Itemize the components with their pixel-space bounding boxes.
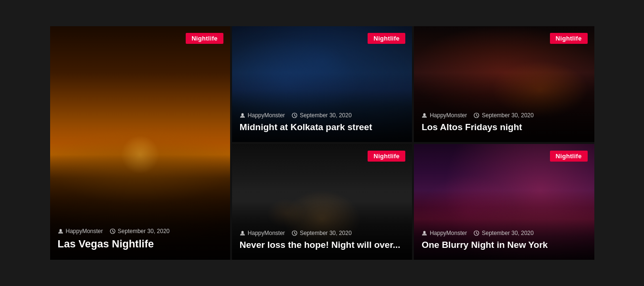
card-title-losaltos: Los Altos Fridays night [422,122,586,133]
svg-point-8 [423,231,426,234]
author-name: HappyMonster [430,230,467,236]
author-item: HappyMonster [240,112,285,119]
date-item: September 30, 2020 [474,112,534,119]
category-badge-newyork[interactable]: Nightlife [550,151,588,162]
svg-point-2 [241,113,243,116]
svg-point-4 [423,113,426,116]
user-icon [422,112,427,118]
clock-icon [474,112,479,118]
card-title-kolkata: Midnight at Kolkata park street [240,122,404,133]
card-title-hope: Never loss the hope! Night will over... [240,239,404,251]
card-date: September 30, 2020 [482,112,534,119]
card-date: September 30, 2020 [300,112,352,119]
user-icon [240,230,245,236]
svg-point-0 [59,229,62,232]
date-item: September 30, 2020 [110,228,170,235]
card-hope[interactable]: Nightlife HappyMonster September 30, 202… [232,144,412,260]
author-item: HappyMonster [422,230,467,236]
card-newyork[interactable]: Nightlife HappyMonster September 30, 202… [414,144,594,260]
category-badge-vegas[interactable]: Nightlife [186,33,223,44]
card-date: September 30, 2020 [118,228,170,235]
category-badge-hope[interactable]: Nightlife [368,151,405,162]
card-title-newyork: One Blurry Night in New York [422,239,586,251]
date-item: September 30, 2020 [292,230,352,236]
card-meta-losaltos: HappyMonster September 30, 2020 [422,112,586,119]
card-date: September 30, 2020 [482,230,534,236]
card-meta-hope: HappyMonster September 30, 2020 [240,230,404,236]
clock-icon [474,230,479,236]
clock-icon [292,112,297,118]
user-icon [240,112,245,118]
card-meta-vegas: HappyMonster September 30, 2020 [58,228,222,235]
author-item: HappyMonster [58,228,103,235]
author-name: HappyMonster [248,230,285,236]
card-vegas[interactable]: Nightlife HappyMonster September 30, 202… [50,26,230,260]
user-icon [422,230,427,236]
card-title-vegas: Las Vegas Nightlife [58,237,222,251]
card-losaltos[interactable]: Nightlife HappyMonster September 30, 202… [414,26,594,142]
card-grid: Nightlife HappyMonster September 30, 202… [50,26,594,260]
user-icon [58,228,63,234]
clock-icon [292,230,297,236]
category-badge-kolkata[interactable]: Nightlife [368,33,405,44]
card-kolkata[interactable]: Nightlife HappyMonster September 30, 202… [232,26,412,142]
svg-point-6 [241,231,243,234]
card-meta-newyork: HappyMonster September 30, 2020 [422,230,586,236]
card-meta-kolkata: HappyMonster September 30, 2020 [240,112,404,119]
author-item: HappyMonster [240,230,285,236]
date-item: September 30, 2020 [292,112,352,119]
author-name: HappyMonster [248,112,285,119]
card-date: September 30, 2020 [300,230,352,236]
author-name: HappyMonster [430,112,467,119]
date-item: September 30, 2020 [474,230,534,236]
category-badge-losaltos[interactable]: Nightlife [550,33,588,44]
author-name: HappyMonster [66,228,103,235]
author-item: HappyMonster [422,112,467,119]
clock-icon [110,228,116,234]
